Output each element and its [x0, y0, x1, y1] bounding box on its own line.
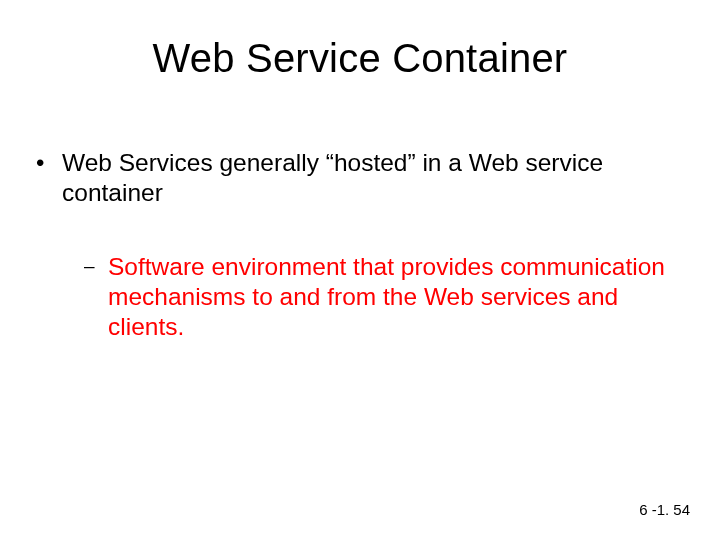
- bullet-level-2: – Software environment that provides com…: [84, 252, 676, 342]
- slide-title: Web Service Container: [0, 36, 720, 81]
- sub-bullet-text: Software environment that provides commu…: [108, 252, 676, 342]
- slide-body: • Web Services generally “hosted” in a W…: [36, 148, 676, 341]
- bullet-text: Web Services generally “hosted” in a Web…: [62, 148, 676, 208]
- bullet-level-1: • Web Services generally “hosted” in a W…: [36, 148, 676, 208]
- slide: Web Service Container • Web Services gen…: [0, 0, 720, 540]
- bullet-marker: •: [36, 148, 62, 177]
- slide-number: 6 -1. 54: [639, 501, 690, 518]
- dash-marker: –: [84, 252, 108, 281]
